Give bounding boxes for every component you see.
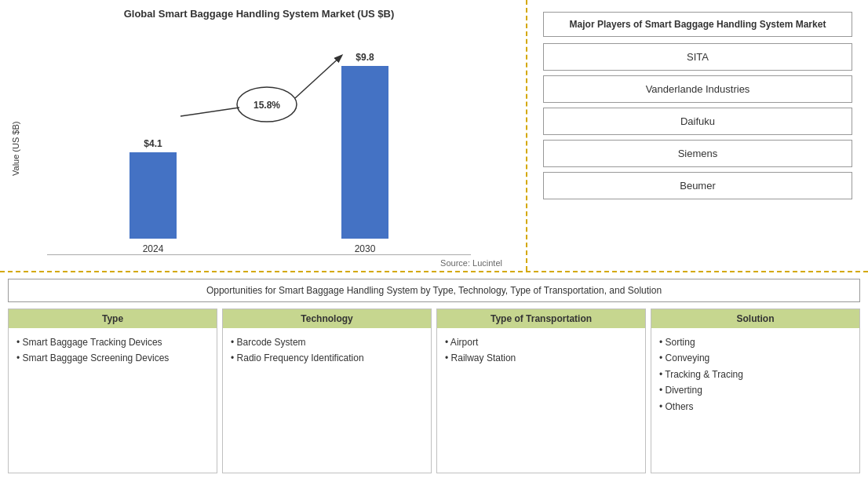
solution-item-4: • Diverting bbox=[659, 382, 852, 398]
solution-item-3: • Tracking & Tracing bbox=[659, 367, 852, 382]
tech-item-1: • Barcode System bbox=[231, 334, 423, 350]
y-axis-label: Value (US $B) bbox=[8, 26, 24, 271]
categories-row: Type • Smart Baggage Tracking Devices • … bbox=[8, 309, 860, 473]
solution-item-5: • Others bbox=[659, 399, 852, 414]
bar-2030-rect bbox=[341, 66, 388, 239]
category-technology: Technology • Barcode System • Radio Freq… bbox=[222, 309, 432, 473]
player-daifuku: Daifuku bbox=[543, 108, 852, 135]
players-panel: Major Players of Smart Baggage Handling … bbox=[527, 0, 868, 271]
transport-item-2: • Railway Station bbox=[445, 350, 637, 366]
svg-point-0 bbox=[237, 87, 297, 122]
annotation-svg: 15.8% bbox=[24, 26, 518, 254]
bar-2024-rect bbox=[129, 152, 177, 239]
bottom-title: Opportunities for Smart Baggage Handling… bbox=[8, 279, 860, 302]
svg-line-2 bbox=[295, 56, 341, 98]
svg-line-3 bbox=[181, 108, 239, 116]
category-type: Type • Smart Baggage Tracking Devices • … bbox=[8, 309, 217, 473]
bar-2030-value: $9.8 bbox=[356, 52, 374, 63]
chart-title: Global Smart Baggage Handling System Mar… bbox=[8, 8, 526, 20]
bar-2030: $9.8 2030 bbox=[341, 52, 388, 254]
solution-item-1: • Sorting bbox=[659, 334, 852, 350]
category-solution-content: • Sorting • Conveying • Tracking & Traci… bbox=[651, 328, 859, 421]
category-technology-header: Technology bbox=[223, 309, 431, 328]
category-transportation: Type of Transportation • Airport • Railw… bbox=[436, 309, 646, 473]
category-solution-header: Solution bbox=[651, 309, 859, 328]
players-title: Major Players of Smart Baggage Handling … bbox=[543, 12, 852, 37]
chart-area: Global Smart Baggage Handling System Mar… bbox=[0, 0, 526, 271]
transport-item-1: • Airport bbox=[445, 334, 637, 350]
category-type-header: Type bbox=[9, 309, 217, 328]
bottom-section: Opportunities for Smart Baggage Handling… bbox=[0, 272, 868, 493]
tech-item-2: • Radio Frequency Identification bbox=[231, 350, 423, 366]
player-sita: SITA bbox=[543, 43, 852, 71]
type-item-2: • Smart Baggage Screening Devices bbox=[16, 350, 209, 366]
category-transportation-content: • Airport • Railway Station bbox=[437, 328, 645, 373]
solution-item-2: • Conveying bbox=[659, 350, 852, 366]
bar-2030-label: 2030 bbox=[355, 243, 376, 254]
svg-text:15.8%: 15.8% bbox=[253, 100, 280, 111]
bar-2024-label: 2024 bbox=[143, 243, 164, 254]
bar-2024: $4.1 2024 bbox=[129, 138, 177, 254]
category-type-content: • Smart Baggage Tracking Devices • Smart… bbox=[9, 328, 217, 373]
player-siemens: Siemens bbox=[543, 140, 852, 167]
category-transportation-header: Type of Transportation bbox=[437, 309, 645, 328]
source-text: Source: Lucintel bbox=[24, 255, 518, 271]
bar-2024-value: $4.1 bbox=[144, 138, 162, 149]
player-vanderlande: Vanderlande Industries bbox=[543, 75, 852, 103]
type-item-1: • Smart Baggage Tracking Devices bbox=[16, 334, 209, 350]
player-beumer: Beumer bbox=[543, 172, 852, 199]
category-technology-content: • Barcode System • Radio Frequency Ident… bbox=[223, 328, 431, 373]
category-solution: Solution • Sorting • Conveying • Trackin… bbox=[651, 309, 860, 473]
